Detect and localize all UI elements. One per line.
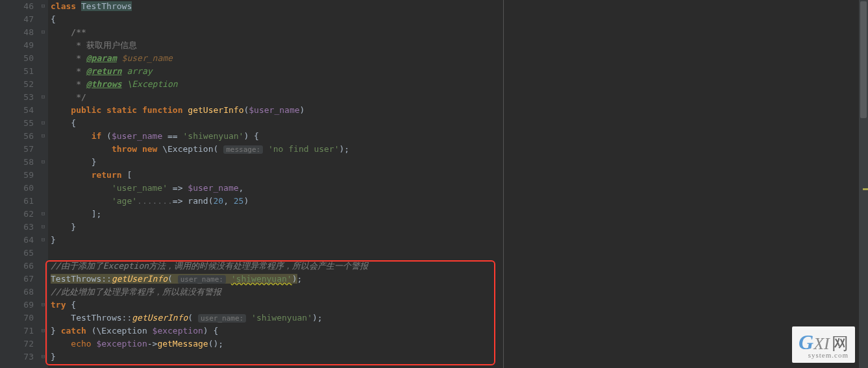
editor-left-pane: 46 47 48 49 50 51 52 53 54 55 56 57 58 5… <box>0 0 503 368</box>
line-number[interactable]: 54 <box>0 104 34 117</box>
line-number[interactable]: 60 <box>0 182 34 195</box>
parameter-hint: message: <box>223 145 263 154</box>
parameter-hint: user_name: <box>198 314 246 323</box>
line-number[interactable]: 57 <box>0 143 34 156</box>
line-number[interactable]: 64 <box>0 234 34 247</box>
code-editor: 46 47 48 49 50 51 52 53 54 55 56 57 58 5… <box>0 0 868 368</box>
code-line[interactable]: */ <box>51 91 503 104</box>
code-content[interactable]: class TestThrows { /** * 获取用户信息 * @param… <box>48 0 503 368</box>
code-line[interactable]: public static function getUserInfo($user… <box>51 104 503 117</box>
line-number[interactable]: 58 <box>0 156 34 169</box>
watermark-xi: XI <box>813 334 830 353</box>
code-line[interactable]: * @return array <box>51 65 503 78</box>
fold-end-icon[interactable]: ⊟ <box>40 94 46 100</box>
code-line[interactable]: * @throws \Exception <box>51 78 503 91</box>
editor-right-split <box>503 0 859 368</box>
line-number[interactable]: 61 <box>0 195 34 208</box>
fold-toggle-icon[interactable]: ⊟ <box>40 120 46 126</box>
scrollbar-thumb[interactable] <box>860 1 867 118</box>
code-line[interactable]: class TestThrows <box>51 0 503 13</box>
line-number[interactable]: 59 <box>0 169 34 182</box>
line-number[interactable]: 51 <box>0 65 34 78</box>
code-line[interactable]: } catch (\Exception $exception) { <box>51 325 503 337</box>
code-line[interactable]: //此处增加了处理异常程序，所以就没有警报 <box>51 286 503 299</box>
code-line[interactable]: //由于添加了Exception方法，调用的时候没有处理异常程序，所以会产生一个… <box>51 260 503 273</box>
line-number[interactable]: 70 <box>0 312 34 325</box>
code-line[interactable]: echo $exception->getMessage(); <box>51 337 503 350</box>
line-number[interactable]: 47 <box>0 13 34 26</box>
line-number[interactable]: 69 <box>0 299 34 312</box>
line-number[interactable]: 68 <box>0 286 34 299</box>
fold-end-icon[interactable]: ⊟ <box>40 211 46 217</box>
fold-end-icon[interactable]: ⊟ <box>40 354 46 360</box>
code-line[interactable]: } <box>51 156 503 169</box>
code-line[interactable]: TestThrows::getUserInfo( user_name: 'shi… <box>51 273 503 286</box>
code-line[interactable]: TestThrows::getUserInfo( user_name: 'shi… <box>51 312 503 325</box>
fold-end-icon[interactable]: ⊟ <box>40 237 46 243</box>
line-number[interactable]: 56 <box>0 130 34 143</box>
fold-end-icon[interactable]: ⊟ <box>40 159 46 165</box>
fold-end-icon[interactable]: ⊟ <box>40 224 46 230</box>
code-line[interactable] <box>51 247 503 260</box>
line-number[interactable]: 66 <box>0 260 34 273</box>
line-number[interactable]: 49 <box>0 39 34 52</box>
code-line[interactable]: { <box>51 13 503 26</box>
line-number[interactable]: 63 <box>0 221 34 234</box>
code-line[interactable]: return [ <box>51 169 503 182</box>
fold-toggle-icon[interactable]: ⊟ <box>40 302 46 308</box>
code-line[interactable]: * @param $user_name <box>51 52 503 65</box>
code-line[interactable]: try { <box>51 299 503 312</box>
line-number[interactable]: 65 <box>0 247 34 260</box>
code-line[interactable]: /** <box>51 26 503 39</box>
fold-column[interactable]: ⊟ ⊟ ⊟ ⊟ ⊟ ⊟ ⊟ ⊟ ⊟ ⊟ ⊟ ⊟ <box>39 0 48 368</box>
line-number[interactable]: 62 <box>0 208 34 221</box>
code-line[interactable]: ]; <box>51 208 503 221</box>
line-number[interactable]: 73 <box>0 350 34 363</box>
line-number[interactable]: 55 <box>0 117 34 130</box>
code-line[interactable]: } <box>51 234 503 247</box>
code-line[interactable]: if ($user_name == 'shiwenyuan') { <box>51 130 503 143</box>
code-line[interactable]: 'age'.......=> rand(20, 25) <box>51 195 503 208</box>
fold-toggle-icon[interactable]: ⊟ <box>40 3 46 9</box>
line-number[interactable]: 46 <box>0 0 34 13</box>
line-number[interactable]: 72 <box>0 337 34 350</box>
code-line[interactable]: { <box>51 117 503 130</box>
fold-toggle-icon[interactable]: ⊟ <box>40 29 46 35</box>
watermark-logo: GXI 网 system.com <box>792 326 855 363</box>
line-number[interactable]: 53 <box>0 91 34 104</box>
watermark-wang: 网 <box>832 334 849 353</box>
vertical-scrollbar[interactable] <box>859 0 868 368</box>
fold-end-icon[interactable]: ⊟ <box>40 328 46 334</box>
line-number[interactable]: 52 <box>0 78 34 91</box>
line-number[interactable]: 50 <box>0 52 34 65</box>
code-line[interactable]: } <box>51 350 503 363</box>
code-line[interactable]: 'user_name' => $user_name, <box>51 182 503 195</box>
code-line[interactable]: } <box>51 221 503 234</box>
parameter-hint: user_name: <box>178 275 226 284</box>
line-number[interactable]: 67 <box>0 273 34 286</box>
line-number-gutter[interactable]: 46 47 48 49 50 51 52 53 54 55 56 57 58 5… <box>0 0 39 368</box>
code-line[interactable]: * 获取用户信息 <box>51 39 503 52</box>
watermark-g: G <box>799 330 813 354</box>
warning-stripe-marker[interactable] <box>863 188 868 190</box>
line-number[interactable]: 71 <box>0 325 34 337</box>
line-number[interactable]: 48 <box>0 26 34 39</box>
fold-toggle-icon[interactable]: ⊟ <box>40 133 46 139</box>
code-line[interactable]: throw new \Exception( message: 'no find … <box>51 143 503 156</box>
